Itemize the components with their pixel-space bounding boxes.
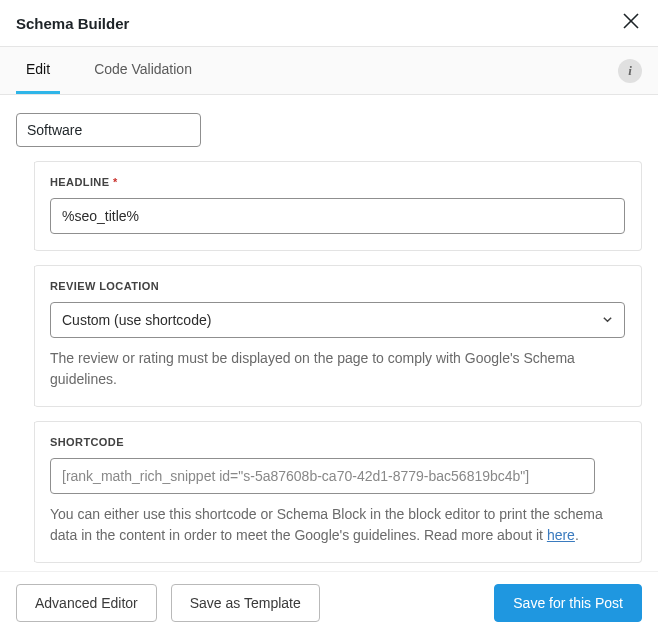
review-location-select[interactable]: Custom (use shortcode)	[50, 302, 625, 338]
headline-input[interactable]	[50, 198, 625, 234]
shortcode-label: SHORTCODE	[50, 436, 625, 448]
shortcode-input[interactable]	[50, 458, 595, 494]
save-as-template-button[interactable]: Save as Template	[171, 584, 320, 622]
headline-label: HEADLINE *	[50, 176, 625, 188]
required-asterisk: *	[113, 176, 118, 188]
advanced-editor-button[interactable]: Advanced Editor	[16, 584, 157, 622]
close-button[interactable]	[620, 10, 642, 36]
headline-label-text: HEADLINE	[50, 176, 109, 188]
shortcode-help-post: .	[575, 527, 579, 543]
close-icon	[622, 12, 640, 30]
save-for-post-button[interactable]: Save for this Post	[494, 584, 642, 622]
info-icon[interactable]: i	[618, 59, 642, 83]
shortcode-help-link[interactable]: here	[547, 527, 575, 543]
review-location-label: REVIEW LOCATION	[50, 280, 625, 292]
modal-title: Schema Builder	[16, 15, 129, 32]
shortcode-help: You can either use this shortcode or Sch…	[50, 504, 625, 546]
tab-code-validation[interactable]: Code Validation	[84, 47, 202, 94]
shortcode-help-pre: You can either use this shortcode or Sch…	[50, 506, 603, 543]
tab-edit[interactable]: Edit	[16, 47, 60, 94]
review-location-help: The review or rating must be displayed o…	[50, 348, 625, 390]
schema-type-input[interactable]	[16, 113, 201, 147]
